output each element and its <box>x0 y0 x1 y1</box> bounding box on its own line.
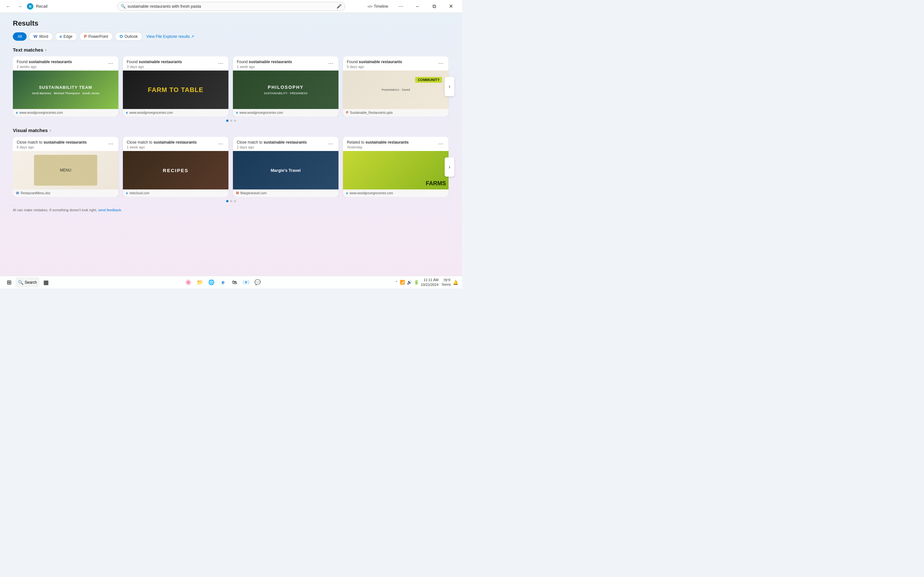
source-icon: M <box>236 191 239 195</box>
widgets-button[interactable]: ▦ <box>41 277 51 287</box>
dot-1 <box>226 119 228 122</box>
card-image: Presentation1 · Saved COMMUNITY <box>343 71 449 109</box>
titlebar-right: </> Timeline ⋯ – ⧉ ✕ <box>348 2 459 11</box>
card-footer: e relecloud.com <box>123 189 228 197</box>
close-button[interactable]: ✕ <box>443 2 458 11</box>
text-matches-section: Text matches › Found sustainable restaur… <box>13 47 449 122</box>
source-icon: e <box>126 191 128 195</box>
card-footer: W RestaurantMenu.doc <box>13 189 118 197</box>
visual-match-card-4[interactable]: Related to sustainable restaurants Yeste… <box>343 137 449 197</box>
card-footer: P Sustainable_Restaurants.pptx <box>343 109 449 116</box>
dot-3 <box>234 119 236 122</box>
dot-1 <box>226 200 228 202</box>
taskbar-volume-icon[interactable]: 🔊 <box>407 280 412 285</box>
card-image: FARM TO TABLE <box>123 71 228 109</box>
back-button[interactable]: ← <box>4 2 13 11</box>
dot-2 <box>230 119 232 122</box>
taskbar-app-mail[interactable]: 📧 <box>241 277 251 287</box>
taskbar-app-files[interactable]: 📁 <box>195 277 205 287</box>
taskbar-battery-icon[interactable]: 🔋 <box>414 280 419 285</box>
card-more-button[interactable]: ⋯ <box>437 140 445 147</box>
taskbar-app-widgets[interactable]: 🌸 <box>183 277 194 287</box>
taskbar-weather[interactable]: 78°F Sunny <box>442 278 451 287</box>
card-image: FARMS <box>343 151 449 189</box>
titlebar-left: ← → R Recall <box>4 2 115 11</box>
card-header: Found sustainable restaurants 5 days ago… <box>343 56 449 71</box>
main-content: Results All W Word e Edge P PowerPoint O… <box>0 13 462 276</box>
card-more-button[interactable]: ⋯ <box>327 60 334 67</box>
search-input[interactable] <box>128 4 334 9</box>
taskbar-network-icon[interactable]: 📶 <box>400 280 405 285</box>
scroll-right-arrow[interactable]: › <box>445 77 454 96</box>
text-matches-cards-wrapper: Found sustainable restaurants 2 weeks ag… <box>13 56 449 116</box>
taskbar-clock[interactable]: 11:11 AM 10/22/2024 <box>421 277 439 287</box>
text-match-card-4[interactable]: Found sustainable restaurants 5 days ago… <box>343 56 449 116</box>
card-image: Margie's Travel <box>233 151 338 189</box>
card-header: Close match to sustainable restaurants 2… <box>233 137 338 151</box>
taskbar-center: 🌸 📁 🌐 e 🛍 📧 💬 <box>51 277 395 287</box>
app-icon: R <box>27 3 33 10</box>
mic-icon[interactable]: 🎤 <box>336 4 342 9</box>
card-footer: e www.woodgrovegroceries.com <box>233 109 338 116</box>
taskbar-app-store[interactable]: 🛍 <box>229 277 240 287</box>
filter-tab-word[interactable]: W Word <box>29 32 53 41</box>
search-icon: 🔍 <box>121 4 126 9</box>
card-more-button[interactable]: ⋯ <box>217 60 225 67</box>
view-file-explorer-link[interactable]: View File Explorer results ↗ <box>146 34 194 39</box>
card-footer: e www.woodgrovegroceries.com <box>13 109 118 116</box>
card-more-button[interactable]: ⋯ <box>327 140 334 147</box>
filter-tab-powerpoint[interactable]: P PowerPoint <box>79 32 113 41</box>
visual-scroll-right-arrow[interactable]: › <box>445 157 454 177</box>
card-more-button[interactable]: ⋯ <box>107 60 115 67</box>
dot-3 <box>234 200 236 202</box>
card-more-button[interactable]: ⋯ <box>217 140 225 147</box>
text-match-card-3[interactable]: Found sustainable restaurants 1 week ago… <box>233 56 338 116</box>
search-bar[interactable]: 🔍 🎤 <box>117 2 345 11</box>
source-icon: W <box>16 191 19 195</box>
forward-button[interactable]: → <box>15 2 24 11</box>
taskbar-chevron-icon[interactable]: ⌃ <box>395 280 398 284</box>
taskbar-left: ⊞ 🔍 Search ▦ <box>4 277 51 287</box>
minimize-button[interactable]: – <box>410 2 425 11</box>
visual-matches-section: Visual matches › Close match to sustaina… <box>13 127 449 202</box>
taskbar-app-teams[interactable]: 💬 <box>252 277 263 287</box>
visual-match-card-3[interactable]: Close match to sustainable restaurants 2… <box>233 137 338 197</box>
notification-bell-icon[interactable]: 🔔 <box>453 280 458 285</box>
visual-match-card-2[interactable]: Close match to sustainable restaurants 1… <box>123 137 228 197</box>
text-matches-arrow[interactable]: › <box>45 47 47 52</box>
filter-tab-outlook[interactable]: O Outlook <box>115 32 142 41</box>
taskbar-search[interactable]: 🔍 Search <box>15 277 39 287</box>
send-feedback-link[interactable]: send feedback <box>98 208 121 212</box>
more-button[interactable]: ⋯ <box>393 2 408 11</box>
code-icon: </> <box>367 5 373 8</box>
text-match-card-1[interactable]: Found sustainable restaurants 2 weeks ag… <box>13 56 118 116</box>
filter-tab-edge[interactable]: e Edge <box>55 32 78 41</box>
page-title: Results <box>13 19 449 27</box>
card-header: Close match to sustainable restaurants 6… <box>13 137 118 151</box>
edge-icon: e <box>60 34 62 39</box>
taskbar-app-browser[interactable]: 🌐 <box>206 277 216 287</box>
filter-tab-all[interactable]: All <box>13 32 27 41</box>
dot-2 <box>230 200 232 202</box>
card-header: Found sustainable restaurants 3 days ago… <box>123 56 228 71</box>
text-matches-title: Text matches <box>13 47 43 53</box>
card-header: Related to sustainable restaurants Yeste… <box>343 137 449 151</box>
start-button[interactable]: ⊞ <box>4 277 14 287</box>
timeline-button[interactable]: </> Timeline <box>364 3 391 10</box>
card-more-button[interactable]: ⋯ <box>437 60 445 67</box>
card-more-button[interactable]: ⋯ <box>107 140 115 147</box>
visual-matches-arrow[interactable]: › <box>50 128 51 133</box>
taskbar-app-edge[interactable]: e <box>218 277 228 287</box>
filter-tabs: All W Word e Edge P PowerPoint O Outlook… <box>13 32 449 41</box>
card-header: Close match to sustainable restaurants 1… <box>123 137 228 151</box>
card-footer: e www.woodgrovegroceries.com <box>343 189 449 197</box>
restore-button[interactable]: ⧉ <box>427 2 441 11</box>
taskbar-right: ⌃ 📶 🔊 🔋 11:11 AM 10/22/2024 78°F Sunny 🔔 <box>395 277 458 287</box>
visual-match-card-1[interactable]: Close match to sustainable restaurants 6… <box>13 137 118 197</box>
card-header: Found sustainable restaurants 1 week ago… <box>233 56 338 71</box>
text-match-card-2[interactable]: Found sustainable restaurants 3 days ago… <box>123 56 228 116</box>
section-header-visual: Visual matches › <box>13 127 449 133</box>
text-matches-grid: Found sustainable restaurants 2 weeks ag… <box>13 56 449 116</box>
source-icon: e <box>16 111 18 114</box>
word-icon: W <box>33 34 37 39</box>
